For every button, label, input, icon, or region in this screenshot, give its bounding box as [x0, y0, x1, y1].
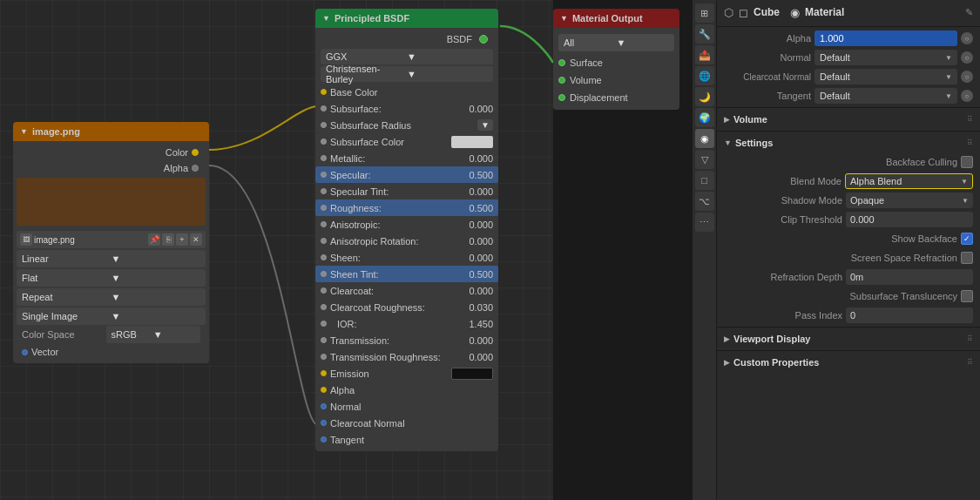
- bsdf-header[interactable]: ▼ Principled BSDF: [315, 9, 498, 28]
- alpha-row: Alpha 1.000 ○: [717, 29, 980, 48]
- pass-index-value[interactable]: 0: [846, 307, 973, 323]
- close-icon[interactable]: ✕: [190, 233, 202, 246]
- specular-tint-socket[interactable]: [321, 188, 327, 194]
- output-icon[interactable]: 📤: [695, 45, 714, 64]
- subsurface-translucency-checkbox[interactable]: [961, 290, 973, 302]
- view-layer-icon[interactable]: 🌐: [695, 66, 714, 85]
- sheen-label: Sheen:: [330, 253, 458, 263]
- subsurface-radius-val[interactable]: ▼: [477, 119, 493, 131]
- bsdf-normal-socket[interactable]: [321, 403, 327, 409]
- bsdf-alpha-socket[interactable]: [321, 387, 327, 393]
- normal-circle-btn[interactable]: ○: [961, 51, 973, 64]
- particles-icon[interactable]: ⋯: [695, 213, 714, 232]
- show-backface-checkbox[interactable]: ✓: [961, 233, 973, 245]
- emission-label: Emission: [330, 368, 451, 379]
- bsdf-collapse[interactable]: ▼: [322, 14, 330, 23]
- matout-header[interactable]: ▼ Material Output: [553, 9, 679, 28]
- transmission-rough-socket[interactable]: [321, 354, 327, 360]
- shadow-mode-value[interactable]: Opaque ▼: [846, 193, 973, 208]
- shadow-mode-label: Shadow Mode: [724, 195, 842, 206]
- tools-icon[interactable]: 🔧: [695, 24, 714, 44]
- bsdf-tangent-socket[interactable]: [321, 436, 327, 443]
- image-node[interactable]: ▼ image.png Color Alpha 🖼 image.png 📌: [13, 122, 209, 363]
- settings-section-header[interactable]: ▼ Settings ⠿: [717, 133, 980, 152]
- clearcoat-rough-socket[interactable]: [321, 304, 327, 310]
- specular-socket[interactable]: [321, 172, 327, 178]
- volume-section-header[interactable]: ▶ Volume ⠿: [717, 110, 980, 129]
- clip-threshold-value[interactable]: 0.000: [846, 212, 973, 227]
- subsurface-socket[interactable]: [321, 105, 327, 111]
- ior-socket[interactable]: [321, 321, 327, 327]
- subsurface-color-swatch[interactable]: [451, 136, 493, 148]
- clearcoat-normal-value[interactable]: Default ▼: [814, 69, 957, 84]
- scene-props-icon[interactable]: 🌙: [695, 87, 714, 106]
- custom-properties-header[interactable]: ▶ Custom Properties ⠿: [717, 353, 980, 372]
- clearcoat-socket[interactable]: [321, 287, 327, 294]
- world-icon[interactable]: 🌍: [695, 108, 714, 127]
- anisotropic-socket[interactable]: [321, 221, 327, 227]
- pin-icon[interactable]: 📌: [148, 233, 160, 246]
- bsdf-node[interactable]: ▼ Principled BSDF BSDF GGX ▼ Christensen…: [315, 9, 498, 451]
- source-dropdown[interactable]: Single Image ▼: [17, 307, 206, 325]
- projection-dropdown[interactable]: Flat ▼: [17, 269, 206, 287]
- normal-value[interactable]: Default ▼: [814, 50, 957, 65]
- viewport-display-header[interactable]: ▶ Viewport Display ⠿: [717, 329, 980, 348]
- displacement-label: Displacement: [570, 92, 674, 103]
- subsurface-radius-socket[interactable]: [321, 122, 327, 128]
- surface-socket[interactable]: [558, 59, 565, 66]
- alpha-value[interactable]: 1.000: [814, 30, 957, 46]
- extension-dropdown[interactable]: Repeat ▼: [17, 288, 206, 306]
- tangent-value[interactable]: Default ▼: [814, 88, 957, 104]
- image-node-title: image.png: [32, 126, 80, 137]
- props-header: ⬡ ◻ Cube ◉ Material ✎: [717, 0, 980, 24]
- image-node-collapse-arrow[interactable]: ▼: [20, 127, 28, 136]
- tangent-circle-btn[interactable]: ○: [961, 90, 973, 102]
- backface-culling-checkbox[interactable]: [961, 156, 973, 168]
- bsdf-clearcoat-normal-socket[interactable]: [321, 420, 327, 426]
- tangent-arrow: ▼: [945, 92, 952, 100]
- image-node-header[interactable]: ▼ image.png: [13, 122, 209, 141]
- metallic-socket[interactable]: [321, 155, 327, 161]
- roughness-socket[interactable]: [321, 205, 327, 211]
- blend-mode-arrow: ▼: [961, 178, 968, 186]
- subsurface-color-socket[interactable]: [321, 139, 327, 145]
- matout-collapse[interactable]: ▼: [560, 14, 568, 23]
- interpolation-dropdown[interactable]: Linear ▼: [17, 250, 206, 267]
- filename-row[interactable]: 🖼 image.png 📌 ⎘ + ✕: [17, 231, 206, 248]
- bsdf-tangent-label: Tangent: [330, 435, 493, 445]
- matout-all-dropdown[interactable]: All ▼: [558, 34, 674, 51]
- ssr-checkbox[interactable]: [961, 252, 973, 264]
- copy-icon[interactable]: ⎘: [162, 233, 174, 246]
- emission-socket[interactable]: [321, 370, 327, 376]
- vector-socket[interactable]: [22, 349, 28, 355]
- base-color-socket[interactable]: [321, 89, 327, 95]
- volume-socket[interactable]: [558, 77, 565, 84]
- sheen-tint-socket[interactable]: [321, 271, 327, 277]
- alpha-output-socket[interactable]: [192, 165, 199, 172]
- object-data-icon[interactable]: ▽: [695, 150, 714, 169]
- object-props-icon[interactable]: □: [695, 171, 714, 190]
- browse-icon[interactable]: 🖼: [20, 233, 32, 246]
- color-output-socket[interactable]: [192, 149, 199, 156]
- specular-tint-val: 0.000: [458, 186, 493, 197]
- clearcoat-normal-circle-btn[interactable]: ○: [961, 71, 973, 83]
- transmission-socket[interactable]: [321, 337, 327, 343]
- bsdf-output-socket[interactable]: [479, 35, 488, 44]
- scene-icon[interactable]: ⊞: [695, 3, 714, 23]
- anisotropic-rot-socket[interactable]: [321, 238, 327, 244]
- new-icon[interactable]: +: [176, 233, 188, 246]
- ggx-dropdown[interactable]: GGX ▼: [321, 49, 493, 64]
- tangent-row: Tangent Default ▼ ○: [717, 86, 980, 105]
- modifiers-icon[interactable]: ⌥: [695, 192, 714, 211]
- displacement-socket[interactable]: [558, 94, 565, 101]
- sheen-socket[interactable]: [321, 254, 327, 260]
- material-output-node[interactable]: ▼ Material Output All ▼ Surface Volume D: [553, 9, 679, 110]
- alpha-circle-btn[interactable]: ○: [961, 32, 973, 44]
- refraction-depth-value[interactable]: 0m: [846, 269, 973, 285]
- emission-color[interactable]: [451, 368, 493, 380]
- colorspace-dropdown[interactable]: sRGB ▼: [106, 326, 201, 343]
- blend-mode-value[interactable]: Alpha Blend ▼: [845, 173, 973, 189]
- material-icon[interactable]: ◉: [695, 129, 714, 148]
- sheen-tint-row: Sheen Tint: 0.500: [315, 266, 498, 282]
- christensen-dropdown[interactable]: Christensen-Burley ▼: [321, 66, 493, 82]
